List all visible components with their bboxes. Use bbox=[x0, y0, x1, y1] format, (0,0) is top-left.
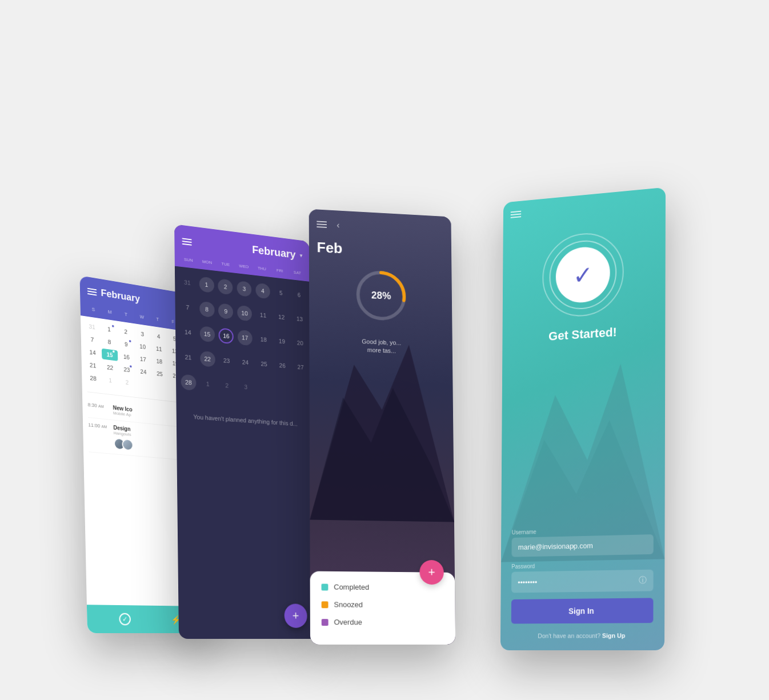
s3-progress: 28% bbox=[354, 267, 409, 324]
s4-signup-link[interactable]: Don't have an account? Sign Up bbox=[511, 632, 653, 650]
s4-username-field[interactable]: marie@invisionapp.com bbox=[511, 534, 653, 557]
s4-form: Username marie@invisionapp.com Password … bbox=[500, 525, 665, 650]
s2-calendar-body: 31 1 2 3 4 5 6 7 8 9 10 11 12 13 14 15 bbox=[175, 266, 313, 410]
s2-dropdown[interactable]: ▾ bbox=[299, 252, 303, 259]
screen-3: ‹ Feb 28% Good job, yo...more tas... + bbox=[309, 209, 456, 644]
screen-4: ✓ Get Started! Username marie@invisionap… bbox=[500, 187, 666, 650]
legend-snoozed: Snoozed bbox=[322, 600, 444, 609]
check-circle-icon[interactable]: ✓ bbox=[119, 613, 131, 625]
s4-circle-outer: ✓ bbox=[542, 230, 624, 319]
legend-completed: Completed bbox=[322, 582, 444, 591]
s4-info-icon[interactable]: ⓘ bbox=[639, 575, 647, 585]
s4-password-label: Password bbox=[511, 561, 653, 569]
s4-circle-mid: ✓ bbox=[549, 238, 616, 311]
s4-logo-area: ✓ Get Started! bbox=[501, 209, 666, 529]
s3-header: ‹ bbox=[309, 209, 451, 241]
hamburger-icon[interactable] bbox=[87, 287, 97, 295]
s4-sign-in-button[interactable]: Sign In bbox=[511, 598, 654, 623]
s2-hamburger-icon[interactable] bbox=[182, 237, 192, 245]
s4-username-value: marie@invisionapp.com bbox=[518, 541, 593, 551]
s3-progress-text: 28% bbox=[354, 267, 409, 324]
s2-title: February bbox=[196, 236, 296, 261]
s4-signup-action[interactable]: Sign Up bbox=[602, 632, 625, 639]
showcase-container: February ▾ S M T W T F S 31 1 2 3 4 5 6 bbox=[70, 50, 699, 650]
legend-overdue: Overdue bbox=[322, 618, 444, 626]
s4-password-value: •••••••• bbox=[518, 578, 537, 586]
s4-circle-inner: ✓ bbox=[556, 245, 610, 304]
s1-event-time-1: 8:30 AM bbox=[88, 402, 109, 409]
s1-event-time-2: 11:00 AM bbox=[88, 422, 109, 429]
s4-checkmark-icon: ✓ bbox=[572, 259, 592, 289]
s4-password-field[interactable]: •••••••• ⓘ bbox=[511, 569, 654, 593]
s2-fab[interactable]: + bbox=[284, 603, 307, 627]
s3-bottom-card: + Completed Snoozed Overdue bbox=[310, 571, 456, 644]
s4-tagline: Get Started! bbox=[548, 325, 617, 343]
screen-2: February ▾ SUN MON TUE WED THU FRI SAT 3… bbox=[174, 224, 318, 639]
s3-back-icon[interactable]: ‹ bbox=[337, 220, 339, 230]
s3-fab[interactable]: + bbox=[419, 559, 444, 584]
s3-month: Feb bbox=[309, 239, 451, 261]
